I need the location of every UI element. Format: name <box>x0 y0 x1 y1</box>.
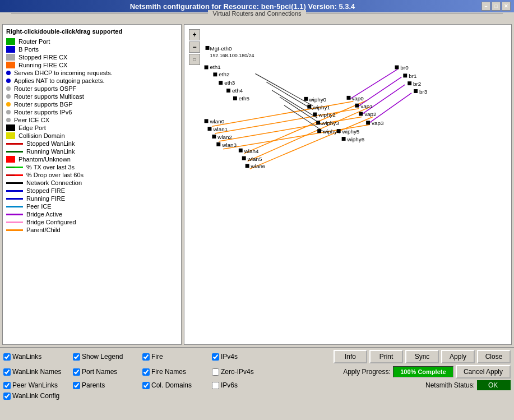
stopped-fire-cx-icon <box>6 54 15 61</box>
svg-rect-35 <box>316 121 320 124</box>
bridge-active-icon <box>6 214 23 215</box>
svg-rect-59 <box>355 104 359 108</box>
fire-names-label: Fire Names <box>151 368 186 376</box>
peer-wanlinks-checkbox[interactable] <box>3 382 11 389</box>
col-domains-checkbox[interactable] <box>142 382 150 389</box>
netsmith-status-label: Netsmith Status: <box>425 381 475 389</box>
col-domains-label: Col. Domains <box>151 381 192 389</box>
minimize-button[interactable]: – <box>481 2 490 11</box>
legend-drop: % Drop over last 60s <box>6 172 178 178</box>
legend-tx: % TX over last 3s <box>6 164 178 170</box>
bottom-row-1: WanLinks Show Legend Fire IPv4s Info Pri… <box>3 350 511 363</box>
port-names-checkbox[interactable] <box>73 368 80 376</box>
stopped-fire-icon <box>6 190 23 192</box>
running-fire-icon <box>6 198 23 200</box>
svg-rect-31 <box>307 105 311 109</box>
phantom-icon <box>6 156 15 163</box>
zoom-reset-button[interactable]: □ <box>189 54 200 65</box>
svg-line-10 <box>368 93 411 123</box>
wanlinks-label: WanLinks <box>12 353 41 361</box>
legend-collision-domain: Collision Domain <box>6 132 178 139</box>
bgp-icon <box>6 102 11 107</box>
legend-title: Right-click/double-click/drag supported <box>6 28 178 35</box>
restore-button[interactable]: □ <box>492 2 501 11</box>
svg-rect-47 <box>212 135 216 139</box>
close-button-bottom[interactable]: Close <box>477 350 511 363</box>
legend-nat: Applies NAT to outgoing packets. <box>6 77 178 84</box>
svg-text:wiphy5: wiphy5 <box>342 128 360 135</box>
ipv4s-label: IPv4s <box>221 353 238 361</box>
main-area: Right-click/double-click/drag supported … <box>0 22 514 347</box>
info-button[interactable]: Info <box>334 350 367 363</box>
zoom-in-button[interactable]: + <box>189 29 200 40</box>
fire-checkbox[interactable] <box>142 353 150 361</box>
svg-text:vap3: vap3 <box>372 120 384 126</box>
netsmith-status-value: OK <box>477 380 511 390</box>
peer-wanlinks-label: Peer WanLinks <box>12 381 58 389</box>
fire-label: Fire <box>151 353 163 361</box>
wanlinks-checkbox[interactable] <box>3 353 11 361</box>
svg-rect-49 <box>216 142 220 146</box>
svg-text:Mgt-eth0: Mgt-eth0 <box>210 45 231 52</box>
cancel-apply-button[interactable]: Cancel Apply <box>456 365 511 379</box>
svg-text:wiphy3: wiphy3 <box>321 120 339 126</box>
legend-dhcp: Serves DHCP to incoming requests. <box>6 70 178 76</box>
zero-ipv4s-checkbox[interactable] <box>212 368 219 376</box>
svg-text:wlan3: wlan3 <box>221 142 237 148</box>
svg-text:br0: br0 <box>400 64 409 71</box>
ipv4s-checkbox[interactable] <box>212 353 219 361</box>
peer-ice-cx-icon <box>6 118 11 122</box>
svg-text:vap1: vap1 <box>360 103 373 109</box>
zero-ipv4s-checkbox-group: Zero-IPv4s <box>212 368 279 376</box>
print-button[interactable]: Print <box>369 350 403 363</box>
wanlinks-checkbox-group: WanLinks <box>3 353 71 361</box>
network-diagram: Mgt-eth0 192.168.100.180/24 eth1 eth2 et… <box>184 25 511 344</box>
legend-bridge-active: Bridge Active <box>6 211 178 218</box>
svg-rect-67 <box>403 73 407 77</box>
bridge-configured-icon <box>6 221 23 223</box>
ospf-icon <box>6 86 11 91</box>
parent-child-icon <box>6 229 23 231</box>
peer-ice-icon <box>6 206 23 207</box>
running-fire-cx-icon <box>6 62 15 68</box>
sync-button[interactable]: Sync <box>405 350 439 363</box>
router-port-icon <box>6 38 15 45</box>
wanlink-names-label: WanLink Names <box>12 368 62 376</box>
edge-port-icon <box>6 124 15 131</box>
network-connection-icon <box>6 182 23 184</box>
svg-rect-23 <box>219 81 223 85</box>
zoom-out-button[interactable]: − <box>189 41 200 53</box>
ipv6s-checkbox-group: IPv6s <box>212 381 279 389</box>
wanlink-names-checkbox[interactable] <box>3 368 11 376</box>
svg-rect-25 <box>226 89 230 93</box>
svg-rect-65 <box>395 66 399 70</box>
svg-rect-27 <box>233 96 237 100</box>
svg-text:wiphy6: wiphy6 <box>347 136 365 142</box>
wanlink-config-checkbox-group: WanLink Config <box>3 392 71 400</box>
legend-stopped-wanlink: Stopped WanLink <box>6 140 178 147</box>
svg-text:wiphy0: wiphy0 <box>308 96 326 103</box>
network-canvas[interactable]: + − □ M <box>184 24 512 345</box>
svg-text:eth1: eth1 <box>210 64 221 70</box>
parents-checkbox[interactable] <box>73 382 80 389</box>
legend-ospf: Router supports OSPF <box>6 85 178 92</box>
svg-text:eth2: eth2 <box>219 71 229 77</box>
legend-stopped-fire: Stopped FIRE <box>6 187 178 194</box>
svg-text:wlan2: wlan2 <box>217 134 232 140</box>
fire-names-checkbox[interactable] <box>142 368 150 376</box>
legend-network-connection: Network Connection <box>6 179 178 186</box>
col-domains-checkbox-group: Col. Domains <box>142 381 210 389</box>
svg-rect-21 <box>213 72 217 76</box>
ipv6s-checkbox[interactable] <box>212 382 219 389</box>
close-button[interactable]: ✕ <box>502 2 511 11</box>
tx-icon <box>6 167 23 168</box>
nat-icon <box>6 79 11 83</box>
wanlink-config-checkbox[interactable] <box>3 393 11 400</box>
svg-rect-51 <box>239 149 243 153</box>
bottom-row-2: WanLink Names Port Names Fire Names Zero… <box>3 365 511 379</box>
svg-rect-43 <box>205 119 209 123</box>
apply-button[interactable]: Apply <box>441 350 475 363</box>
legend-b-ports: B Ports <box>6 46 178 53</box>
show-legend-checkbox[interactable] <box>73 353 80 361</box>
svg-rect-39 <box>337 129 341 133</box>
